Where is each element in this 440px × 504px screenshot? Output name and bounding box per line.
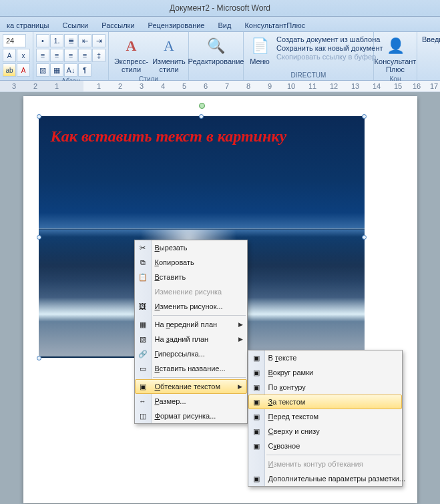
horizontal-ruler[interactable]: 3 2 1 1 2 3 4 5 6 7 8 9 10 11 12 13 14 1… [0,81,440,92]
wrap-submenu: ▣В тексте▣Вокруг рамки▣По контуру▣За тек… [248,350,403,487]
tab-konsultant[interactable]: КонсультантПлюс [238,19,312,31]
context-menu: ✂Вырезать⧉Копировать📋ВставитьИзменение р… [134,240,248,424]
back-icon: ▧ [138,334,148,344]
link-create-template[interactable]: Создать документ из шаблона [276,35,383,43]
wrap-item-separator [266,455,401,455]
editing-button[interactable]: 🔍 Редактирование [192,34,240,67]
font-dec-button[interactable]: x [17,49,30,62]
highlight-button[interactable]: ab [3,63,16,77]
borders-button[interactable]: ▦ [50,63,63,77]
ctx-item-caption[interactable]: ▭Вставить название... [135,361,247,376]
ctx-item-separator [153,315,246,316]
ribbon: 24 A x ab A • 1. ≣ ⇤ ⇥ ≡ ≡ ≡ [0,32,440,81]
format-icon: ◫ [138,411,148,421]
ctx-item-paste[interactable]: 📋Вставить [135,270,247,284]
resize-handle-e[interactable] [362,235,367,240]
menu-button[interactable]: 📄 Меню [246,34,273,67]
ctx-item-wrap[interactable]: ▣Обтекание текстом▶ [135,379,247,394]
align-right-button[interactable]: ≡ [64,49,77,62]
submenu-arrow-icon: ▶ [238,383,242,390]
show-marks-button[interactable]: ¶ [78,63,91,77]
tight-icon: ▣ [251,382,262,393]
wrap-item-square[interactable]: ▣Вокруг рамки [248,365,402,380]
inline-icon: ▣ [251,352,262,363]
topbot-icon: ▣ [251,426,262,437]
document-page[interactable]: Как вставить текст в картинку ✂Вырезать⧉… [23,96,417,503]
tab-mailings[interactable]: Рассылки [95,19,141,31]
font-color-button[interactable]: A [17,63,30,77]
shading-button[interactable]: ▨ [36,63,49,77]
resize-handle-w[interactable] [37,235,41,240]
indent-inc-button[interactable]: ⇥ [92,34,105,47]
size-icon: ↔ [138,396,148,407]
change-styles-button[interactable]: A Изменить стили [152,34,186,75]
konsultant-button[interactable]: 👤 Консультант Плюс [377,34,414,75]
change-styles-icon: A [158,35,180,57]
ctx-item-copy[interactable]: ⧉Копировать [135,255,247,270]
align-center-button[interactable]: ≡ [50,49,63,62]
align-justify-button[interactable]: ≡ [78,49,91,62]
express-styles-icon: A [121,35,142,57]
link-save-new[interactable]: Сохранить как новый документ [276,44,383,52]
konsultant-icon: 👤 [385,35,406,57]
clear-format-button[interactable]: A [3,49,16,62]
tab-view[interactable]: Вид [212,19,238,31]
numbering-button[interactable]: 1. [50,34,63,47]
ctx-item-separator [153,377,246,378]
image-horizon [39,228,365,230]
paste-icon: 📋 [138,272,148,282]
bullets-button[interactable]: • [36,34,49,47]
ctx-item-front[interactable]: ▦На передний план▶ [135,317,247,332]
sort-button[interactable]: A↓ [64,63,77,77]
align-left-button[interactable]: ≡ [36,49,49,62]
wrap-item-inline[interactable]: ▣В тексте [248,350,402,365]
indent-dec-button[interactable]: ⇤ [78,34,91,47]
wrap-item-topbot[interactable]: ▣Сверху и снизу [248,424,402,439]
ribbon-group-editing: 🔍 Редактирование [189,32,244,80]
resize-handle-n[interactable] [199,114,204,119]
resize-handle-nw[interactable] [37,114,41,119]
wrap-item-more[interactable]: ▣Дополнительные параметры разметки... [248,471,402,486]
ribbon-group-directum: 📄 Меню Создать документ из шаблона Сохра… [244,32,374,80]
multilevel-button[interactable]: ≣ [64,34,77,47]
changepic-icon: 🖼 [138,301,148,312]
ctx-item-changepic[interactable]: 🖼Изменить рисунок... [135,299,247,314]
express-styles-button[interactable]: A Экспресс-стили [112,34,151,75]
submenu-arrow-icon: ▶ [238,321,243,328]
ctx-item-hyper[interactable]: 🔗Гиперссылка... [135,346,247,361]
ctx-item-size[interactable]: ↔Размер... [135,394,247,409]
hyper-icon: 🔗 [138,348,148,359]
tab-page-layout[interactable]: ка страницы [0,19,55,31]
line-spacing-button[interactable]: ‡ [92,49,105,62]
ribbon-group-konsultant: 👤 Консультант Плюс Кон [374,32,417,80]
resize-handle-ne[interactable] [362,114,367,119]
menu-icon: 📄 [249,35,270,57]
link-vvedit[interactable]: Введит [422,35,440,43]
wrap-item-tight[interactable]: ▣По контуру [248,380,402,395]
through-icon: ▣ [251,441,262,451]
caption-icon: ▭ [138,363,148,374]
wrap-icon: ▣ [138,381,148,392]
wrap-item-through[interactable]: ▣Сквозное [248,439,402,453]
wrap-item-editwrap: Изменить контур обтекания [248,457,402,471]
link-copy-buffer[interactable]: Скопировать ссылку в буфер [276,53,383,61]
tab-review[interactable]: Рецензирование [142,19,212,31]
copy-icon: ⧉ [138,257,148,268]
ctx-item-cut[interactable]: ✂Вырезать [135,240,247,255]
rotate-handle[interactable] [199,103,205,109]
wrap-item-front[interactable]: ▣Перед текстом [248,409,402,424]
square-icon: ▣ [251,367,262,378]
ribbon-group-styles: A Экспресс-стили A Изменить стили Стили [109,32,189,80]
window-title: Документ2 - Microsoft Word [170,3,270,13]
tab-links[interactable]: Ссылки [55,19,95,31]
ribbon-tabstrip: ка страницы Ссылки Рассылки Рецензирован… [0,17,440,32]
left-gutter [0,92,12,504]
ctx-item-back[interactable]: ▧На задний план▶ [135,332,247,346]
wrap-item-behind[interactable]: ▣За текстом [248,395,402,409]
cut-icon: ✂ [138,242,148,253]
ribbon-group-paragraph: • 1. ≣ ⇤ ⇥ ≡ ≡ ≡ ≡ ‡ ▨ ▦ A↓ ¶ Абзац [33,32,109,80]
document-canvas[interactable]: Как вставить текст в картинку ✂Вырезать⧉… [0,92,440,504]
ctx-item-format[interactable]: ◫Формат рисунка... [135,409,247,423]
resize-handle-sw[interactable] [37,356,41,360]
font-size-combo[interactable]: 24 [3,34,26,47]
